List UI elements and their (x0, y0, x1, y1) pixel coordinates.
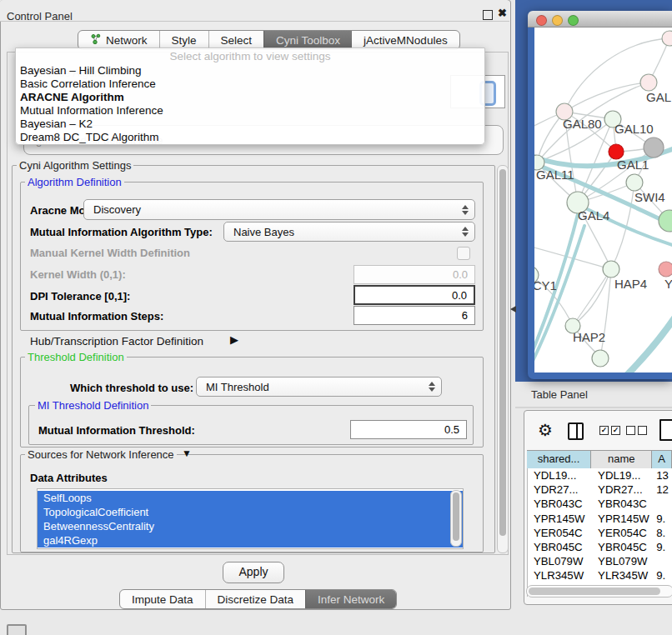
table-cell: YBR043C (528, 497, 592, 511)
tab-label: Select (221, 34, 253, 47)
data-attribute-item[interactable]: TopologicalCoefficient (38, 505, 463, 519)
tab-infer-network[interactable]: Infer Network (305, 590, 396, 608)
table-cell: YBR043C (592, 497, 653, 511)
column-header[interactable]: A (652, 451, 672, 468)
column-header[interactable]: shared... (527, 451, 591, 468)
columns-icon[interactable] (568, 422, 584, 440)
expanded-arrow-icon[interactable]: ▼ (182, 448, 192, 459)
settings-scrollbar[interactable] (497, 165, 509, 553)
mi-steps-input[interactable]: 6 (354, 306, 475, 325)
collapsed-arrow-icon[interactable]: ▶ (230, 333, 238, 346)
aracne-mode-combo[interactable]: Discovery (83, 199, 475, 220)
table-row[interactable]: YDL19...YDL19...13 (528, 468, 672, 482)
float-window-icon[interactable] (483, 10, 493, 20)
table-cell: YDR27... (528, 482, 592, 497)
table-row[interactable]: YBR045CYBR045C9. (528, 540, 672, 554)
checked-checkbox-icon[interactable]: ✓ (611, 426, 620, 435)
algorithm-option[interactable]: ARACNE Algorithm (16, 91, 484, 104)
network-node-y[interactable] (659, 262, 672, 277)
algorithm-option[interactable]: Dream8 DC_TDC Algorithm (16, 131, 484, 144)
control-panel-titlebar[interactable] (0, 0, 509, 22)
network-view-window[interactable]: GALGAL80GAL10GAL11GAL1GAL4SWI4HAP4YGCY1H… (528, 11, 672, 379)
dpi-tolerance-label: DPI Tolerance [0,1]: (30, 290, 130, 302)
tab-jactivemnodules[interactable]: jActiveMNodules (352, 31, 459, 49)
network-node-hap4[interactable] (603, 261, 619, 278)
hub-definition-label[interactable]: Hub/Transcription Factor Definition (30, 335, 203, 348)
network-node-label: HAP2 (573, 330, 605, 344)
tab-discretize-data[interactable]: Discretize Data (205, 590, 306, 608)
column-header[interactable]: name (591, 451, 652, 468)
table-row[interactable]: YER054CYER054C8. (528, 526, 672, 540)
network-node-label: HAP4 (614, 277, 647, 291)
network-edge-thick[interactable] (534, 226, 584, 371)
network-node-label: GAL4 (578, 208, 609, 222)
close-traffic-light[interactable] (536, 15, 547, 26)
table-row[interactable]: YBR043CYBR043C (528, 497, 672, 511)
kernel-width-label: Kernel Width (0,1): (30, 268, 126, 281)
network-node-gal[interactable] (640, 74, 657, 91)
unchecked-checkbox-icon[interactable] (638, 426, 647, 435)
attributes-scrollbar-thumb[interactable] (453, 492, 459, 541)
network-node-label: GAL11 (536, 168, 574, 182)
attributes-scrollbar[interactable] (450, 490, 462, 547)
table-row[interactable]: YBL079WYBL079W (528, 554, 672, 568)
data-attribute-item[interactable]: SelfLoops (38, 491, 463, 505)
close-icon[interactable]: ✖ (498, 7, 507, 19)
network-canvas[interactable]: GALGAL80GAL10GAL11GAL1GAL4SWI4HAP4YGCY1H… (534, 28, 672, 372)
tab-select[interactable]: Select (208, 31, 264, 49)
network-node-label: SWI4 (634, 190, 665, 204)
algorithm-option[interactable]: Basic Correlation Inference (16, 78, 484, 91)
table-row[interactable]: YLR345WYLR345W9. (528, 568, 672, 582)
network-icon (90, 33, 101, 48)
mi-type-combo[interactable]: Naive Bayes (223, 222, 475, 242)
tab-label: Cyni Toolbox (276, 34, 340, 47)
table-cell: YDR27... (592, 482, 653, 497)
network-node-gal1[interactable] (626, 174, 643, 191)
checked-checkbox-icon[interactable]: ✓ (599, 426, 609, 435)
table-cell: YBR045C (592, 540, 653, 554)
screen: Control Panel ✖ NetworkStyleSelectCyni T… (0, 0, 672, 635)
unchecked-checkbox-icon[interactable] (626, 426, 635, 435)
tab-network[interactable]: Network (78, 31, 159, 49)
which-threshold-combo[interactable]: MI Threshold (196, 377, 442, 397)
network-node[interactable] (592, 350, 609, 367)
manual-kernel-checkbox[interactable] (457, 247, 470, 260)
network-edge[interactable] (573, 269, 611, 326)
tab-cyni-toolbox[interactable]: Cyni Toolbox (263, 31, 352, 49)
kernel-width-input[interactable]: 0.0 (354, 265, 475, 284)
algorithm-option[interactable]: Bayesian – K2 (16, 118, 484, 131)
network-window-titlebar[interactable] (528, 11, 672, 28)
data-attributes-list[interactable]: SelfLoopsTopologicalCoefficientBetweenne… (37, 488, 464, 549)
mouse-cursor (510, 306, 516, 312)
table-cell: YDL19... (528, 468, 592, 482)
tab-style[interactable]: Style (159, 31, 208, 49)
table-row[interactable]: YDR27...YDR27...12 (528, 482, 672, 497)
combo-arrows-icon (462, 227, 469, 237)
minimize-traffic-light[interactable] (552, 15, 563, 26)
cyni-settings-title: Cyni Algorithm Settings (17, 159, 133, 172)
minimized-panel-icon[interactable] (7, 624, 27, 635)
settings-scrollbar-thumb[interactable] (499, 169, 506, 536)
network-node[interactable] (662, 31, 672, 46)
dpi-tolerance-input[interactable]: 0.0 (354, 285, 475, 305)
algorithm-option[interactable]: Mutual Information Inference (16, 104, 484, 118)
gear-icon[interactable]: ⚙ (538, 420, 553, 440)
tab-impute-data[interactable]: Impute Data (120, 590, 205, 608)
network-edge-thick[interactable] (623, 309, 672, 372)
document-icon[interactable] (659, 419, 672, 441)
apply-button[interactable]: Apply (223, 562, 284, 583)
algorithm-option[interactable]: Bayesian – Hill Climbing (16, 64, 484, 78)
network-node-swi4[interactable] (659, 210, 672, 232)
table-hscrollbar-thumb[interactable] (529, 588, 660, 595)
data-attribute-item[interactable]: gal4RGexp (38, 533, 463, 548)
table-hscrollbar[interactable] (526, 585, 672, 598)
table-cell (653, 497, 672, 511)
zoom-traffic-light[interactable] (568, 15, 579, 26)
mit-label: Mutual Information Threshold: (38, 424, 195, 437)
algorithm-placeholder: Select algorithm to view settings (16, 48, 484, 64)
mit-input[interactable]: 0.5 (350, 420, 467, 439)
table-row[interactable]: YPR145WYPR145W9. (528, 512, 672, 526)
data-attribute-item[interactable]: BetweennessCentrality (38, 519, 463, 533)
network-node[interactable] (644, 138, 664, 158)
table-cell: 8. (653, 526, 672, 540)
